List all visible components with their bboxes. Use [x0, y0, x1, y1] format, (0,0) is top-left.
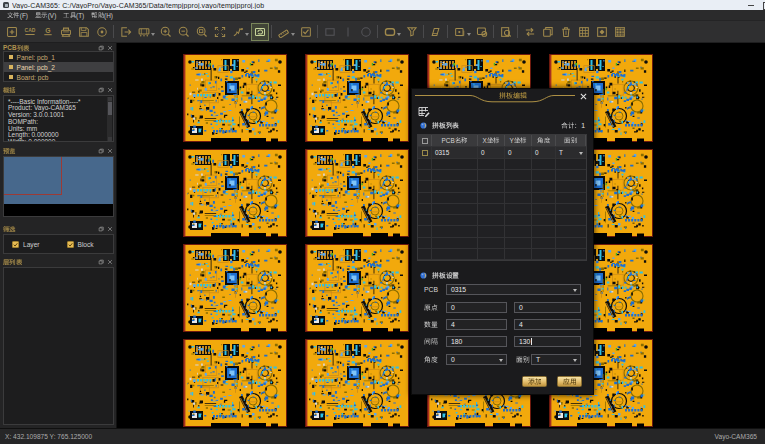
board-overlay-icon[interactable] — [473, 23, 491, 41]
table-cell: 0 — [532, 147, 556, 158]
table-empty-cell — [478, 193, 505, 203]
board-select-icon[interactable] — [451, 23, 473, 41]
swap-icon[interactable] — [521, 23, 539, 41]
draw-line-icon[interactable] — [339, 23, 357, 41]
eraser-icon[interactable] — [427, 23, 445, 41]
table-empty-cell — [556, 238, 586, 248]
close-panel-icon[interactable] — [105, 147, 114, 155]
pcb-board[interactable] — [306, 150, 409, 238]
origin-x-input[interactable]: 0 — [446, 302, 507, 313]
table-empty-cell — [505, 226, 532, 236]
pcb-board[interactable] — [306, 340, 409, 428]
dialog-close-button[interactable] — [578, 91, 588, 101]
zoom-window-icon[interactable] — [193, 23, 211, 41]
zoom-in-icon[interactable] — [157, 23, 175, 41]
table-header-cell[interactable] — [532, 135, 556, 146]
center-icon[interactable] — [593, 23, 611, 41]
select-probe-icon[interactable] — [229, 23, 251, 41]
table-header-cell[interactable]: Y — [505, 135, 532, 146]
pcb-board[interactable] — [184, 245, 287, 333]
scroll-up-icon[interactable] — [108, 97, 112, 101]
filter-checkbox-layer[interactable]: Layer — [12, 241, 59, 248]
pcb-board[interactable] — [184, 150, 287, 238]
apply-button[interactable] — [557, 376, 582, 387]
copy-icon[interactable] — [539, 23, 557, 41]
table-header-cell[interactable] — [556, 135, 586, 146]
preview-viewport[interactable] — [3, 156, 114, 217]
float-panel-icon[interactable] — [96, 258, 105, 266]
dialog-titlebar[interactable] — [412, 89, 593, 104]
menu-file[interactable]: (F) — [7, 12, 28, 19]
window-titlebar: Vayo-CAM365: C:/VayoPro/Vayo-CAM365/Data… — [0, 0, 765, 10]
measure-icon[interactable] — [275, 23, 297, 41]
add-button[interactable] — [522, 376, 547, 387]
close-panel-icon[interactable] — [105, 225, 114, 233]
select-all-checkbox[interactable] — [418, 135, 432, 146]
menu-help[interactable]: (H) — [91, 12, 113, 19]
board-bullet-icon — [9, 55, 13, 59]
panel-grid-icon[interactable] — [611, 23, 629, 41]
new-board-icon[interactable] — [3, 23, 21, 41]
delete-icon[interactable] — [557, 23, 575, 41]
origin-y-input[interactable]: 0 — [514, 302, 581, 313]
import-gerber-icon[interactable]: G — [39, 23, 57, 41]
dfm-check-icon[interactable] — [297, 23, 315, 41]
gap-y-input[interactable]: 130 — [514, 336, 581, 347]
shape-icon[interactable] — [381, 23, 403, 41]
pcb-select[interactable]: 0315 — [446, 284, 581, 295]
scroll-thumb[interactable] — [108, 102, 112, 115]
machine-icon[interactable] — [57, 23, 75, 41]
edit-table-icon[interactable] — [418, 106, 430, 117]
pcb-list-item[interactable]: Panel: pcb_1 — [4, 52, 113, 62]
table-header-cell[interactable]: PCB — [432, 135, 478, 146]
panelize-icon[interactable] — [251, 23, 269, 41]
summary-box: *----Basic Information----*Product: Vayo… — [3, 95, 114, 142]
row-checkbox[interactable] — [418, 147, 432, 158]
funnel-icon[interactable] — [403, 23, 421, 41]
pcb-list-item[interactable]: Board: pcb — [4, 72, 113, 82]
draw-circle-icon[interactable] — [357, 23, 375, 41]
import-cad-icon[interactable]: CAD — [21, 23, 39, 41]
menu-tools[interactable]: (T) — [63, 12, 84, 19]
pcb-board[interactable] — [184, 55, 287, 143]
table-empty-cell — [505, 159, 532, 169]
gap-x-value: 180 — [451, 338, 462, 345]
table-empty-cell — [478, 159, 505, 169]
count-y-input[interactable]: 4 — [514, 319, 581, 330]
filter-checkbox-block[interactable]: Block — [67, 241, 114, 248]
float-panel-icon[interactable] — [96, 147, 105, 155]
scroll-down-icon[interactable] — [108, 137, 112, 141]
save-icon[interactable] — [75, 23, 93, 41]
minimize-button[interactable] — [745, 0, 759, 10]
float-panel-icon[interactable] — [96, 225, 105, 233]
close-panel-icon[interactable] — [105, 86, 114, 94]
pcb-board[interactable] — [306, 55, 409, 143]
side-select[interactable]: T — [531, 354, 581, 365]
panel-title — [3, 147, 96, 154]
zoom-fit-icon[interactable] — [211, 23, 229, 41]
pcb-list-item[interactable]: Panel: pcb_2 — [4, 62, 113, 72]
close-panel-icon[interactable] — [105, 258, 114, 266]
export-icon[interactable] — [117, 23, 135, 41]
angle-select[interactable]: 0 — [446, 354, 507, 365]
count-x-input[interactable]: 4 — [446, 319, 507, 330]
text-cursor — [531, 338, 532, 345]
table-row[interactable]: 0315000T — [418, 147, 586, 159]
output-film-icon[interactable] — [135, 23, 157, 41]
table-header-cell[interactable]: X — [478, 135, 505, 146]
origin-icon[interactable] — [93, 23, 111, 41]
section-bullet-icon — [420, 272, 427, 279]
grid-table-icon[interactable] — [575, 23, 593, 41]
pcb-board[interactable] — [306, 245, 409, 333]
zoom-out-icon[interactable] — [175, 23, 193, 41]
menu-view[interactable]: (V) — [35, 12, 56, 19]
pcb-board[interactable] — [184, 340, 287, 428]
float-panel-icon[interactable] — [96, 86, 105, 94]
table-cell[interactable]: T — [556, 147, 586, 158]
search-board-icon[interactable] — [497, 23, 515, 41]
gap-x-input[interactable]: 180 — [446, 336, 507, 347]
summary-scrollbar[interactable] — [107, 97, 112, 141]
maximize-button[interactable] — [759, 0, 765, 10]
draw-rect-icon[interactable] — [321, 23, 339, 41]
panel-header-layer-list — [3, 257, 114, 266]
